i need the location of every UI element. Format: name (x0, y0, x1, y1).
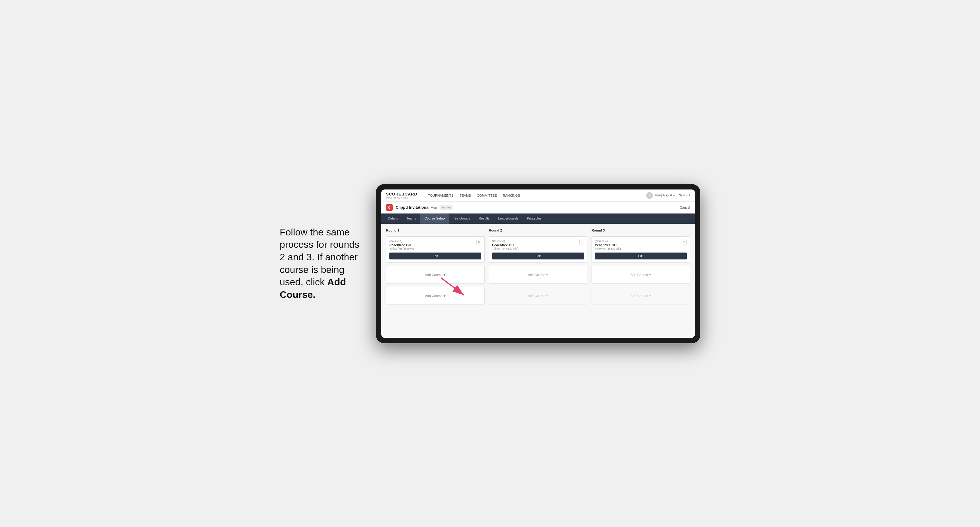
round-1-card-header: (Course A) Peachtree GC Yellow (M) (6629… (389, 240, 481, 252)
rounds-grid: Round 1 (Course A) Peachtree GC Yellow (… (386, 229, 690, 305)
main-content: Round 1 (Course A) Peachtree GC Yellow (… (381, 224, 695, 338)
round-3-column: Round 3 (Course A) Peachtree GC Yellow (… (592, 229, 690, 305)
tab-teams[interactable]: Teams (402, 214, 420, 224)
round-3-add-course-label-1: Add Course (631, 273, 648, 276)
round-2-edit-button[interactable]: Edit (492, 252, 584, 259)
round-2-course-name: Peachtree GC (492, 243, 518, 247)
sub-tabs: Details Teams Course Setup Tee Groups Re… (381, 214, 695, 224)
page-wrapper: Follow the same process for rounds 2 and… (280, 184, 700, 343)
round-2-label: Round 2 (489, 229, 587, 232)
round-3-add-course-plus-2: + (649, 294, 651, 298)
round-3-remove-button[interactable]: ✕ (682, 240, 687, 244)
annotation-bold: Add Course. (280, 276, 346, 300)
tablet-screen: SCOREBOARD Powered by clippd TOURNAMENTS… (381, 189, 695, 338)
user-email: blair@clippd.io (655, 194, 675, 197)
round-1-add-course-button-1[interactable]: Add Course + (386, 266, 485, 284)
round-3-course-detail: Yellow (M) (6629 yds) (595, 247, 621, 250)
tournament-name: Clippd Invitational Men (396, 205, 437, 210)
round-3-course-tag: (Course A) (595, 240, 621, 243)
round-3-add-course-button-2: Add Course + (592, 287, 690, 305)
tab-results[interactable]: Results (474, 214, 494, 224)
nav-right: ▪ blair@clippd.io | Sign out (646, 192, 690, 199)
nav-teams[interactable]: TEAMS (460, 192, 471, 198)
round-3-course-name: Peachtree GC (595, 243, 621, 247)
tab-tee-groups[interactable]: Tee Groups (449, 214, 474, 224)
round-2-add-course-label-1: Add Course (528, 273, 545, 276)
nav-tournaments[interactable]: TOURNAMENTS (428, 192, 453, 198)
round-2-add-course-button-1[interactable]: Add Course + (489, 266, 587, 284)
nav-links: TOURNAMENTS TEAMS COMMITTEE RANKINGS (428, 192, 639, 198)
round-3-card-header: (Course A) Peachtree GC Yellow (M) (6629… (595, 240, 687, 252)
round-3-add-course-label-2: Add Course (631, 294, 648, 298)
top-nav: SCOREBOARD Powered by clippd TOURNAMENTS… (381, 189, 695, 202)
round-2-add-course-label-2: Add Course (528, 294, 545, 298)
tournament-logo: C (386, 204, 393, 211)
round-2-course-detail: Yellow (M) (6629 yds) (492, 247, 518, 250)
logo-title: SCOREBOARD (386, 192, 417, 196)
round-1-course-tag: (Course A) (389, 240, 415, 243)
round-1-add-course-label-1: Add Course (425, 273, 442, 276)
round-1-add-course-button-2[interactable]: Add Course + (386, 287, 485, 305)
round-1-course-detail: Yellow (M) (6629 yds) (389, 247, 415, 250)
round-1-add-course-plus-1: + (444, 272, 446, 277)
tab-leaderboards[interactable]: Leaderboards (494, 214, 523, 224)
round-1-course-card: (Course A) Peachtree GC Yellow (M) (6629… (386, 237, 485, 263)
tab-course-setup[interactable]: Course Setup (420, 214, 449, 224)
round-1-add-course-label-2: Add Course (425, 294, 442, 298)
nav-rankings[interactable]: RANKINGS (503, 192, 520, 198)
tab-printables[interactable]: Printables (523, 214, 546, 224)
round-1-add-course-plus-2: + (444, 294, 446, 298)
round-1-remove-button[interactable]: ✕ (476, 240, 481, 244)
tab-details[interactable]: Details (383, 214, 402, 224)
round-3-label: Round 3 (592, 229, 690, 232)
tablet-device: SCOREBOARD Powered by clippd TOURNAMENTS… (376, 184, 700, 343)
logo-area: SCOREBOARD Powered by clippd (386, 192, 417, 199)
logo-subtitle: Powered by clippd (386, 196, 417, 199)
sign-out-link[interactable]: | Sign out (678, 194, 690, 197)
tournament-header: C Clippd Invitational Men Hosting Cancel (381, 202, 695, 214)
round-3-add-course-button-1[interactable]: Add Course + (592, 266, 690, 284)
nav-committee[interactable]: COMMITTEE (477, 192, 497, 198)
round-2-add-course-plus-1: + (546, 272, 549, 277)
user-avatar: ▪ (646, 192, 653, 199)
round-2-card-header: (Course A) Peachtree GC Yellow (M) (6629… (492, 240, 584, 252)
round-3-add-course-plus-1: + (649, 272, 651, 277)
round-2-course-tag: (Course A) (492, 240, 518, 243)
round-2-column: Round 2 (Course A) Peachtree GC Yellow (… (489, 229, 587, 305)
round-1-label: Round 1 (386, 229, 485, 232)
round-3-edit-button[interactable]: Edit (595, 252, 687, 259)
round-1-course-name: Peachtree GC (389, 243, 415, 247)
round-3-course-card: (Course A) Peachtree GC Yellow (M) (6629… (592, 237, 690, 263)
round-1-column: Round 1 (Course A) Peachtree GC Yellow (… (386, 229, 485, 305)
round-2-add-course-plus-2: + (546, 294, 549, 298)
round-1-edit-button[interactable]: Edit (389, 252, 481, 259)
round-2-course-card: (Course A) Peachtree GC Yellow (M) (6629… (489, 237, 587, 263)
cancel-button[interactable]: Cancel (680, 206, 690, 209)
hosting-badge: Hosting (440, 205, 453, 210)
annotation-text: Follow the same process for rounds 2 and… (280, 226, 364, 301)
round-2-remove-button[interactable]: ✕ (579, 240, 584, 244)
round-2-add-course-button-2: Add Course + (489, 287, 587, 305)
